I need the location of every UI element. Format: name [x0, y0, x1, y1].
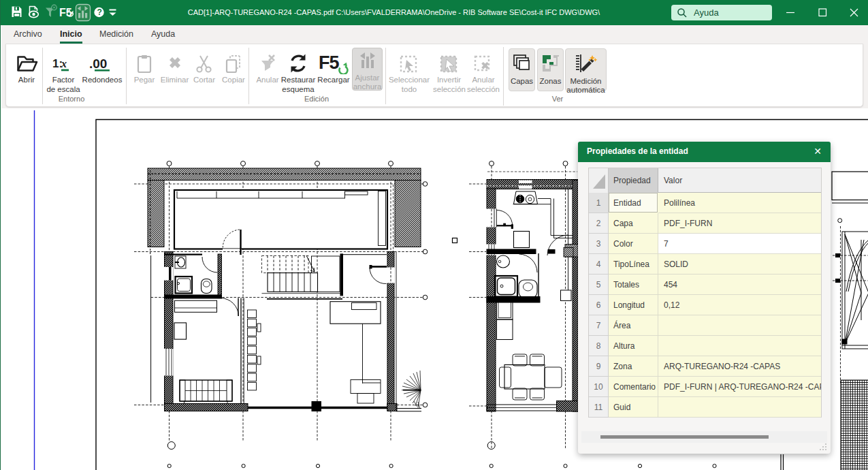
svg-text:F5: F5 — [319, 52, 339, 73]
svg-text:.00: .00 — [89, 57, 107, 71]
svg-text:?: ? — [97, 7, 102, 17]
svg-text:x: x — [61, 58, 67, 69]
